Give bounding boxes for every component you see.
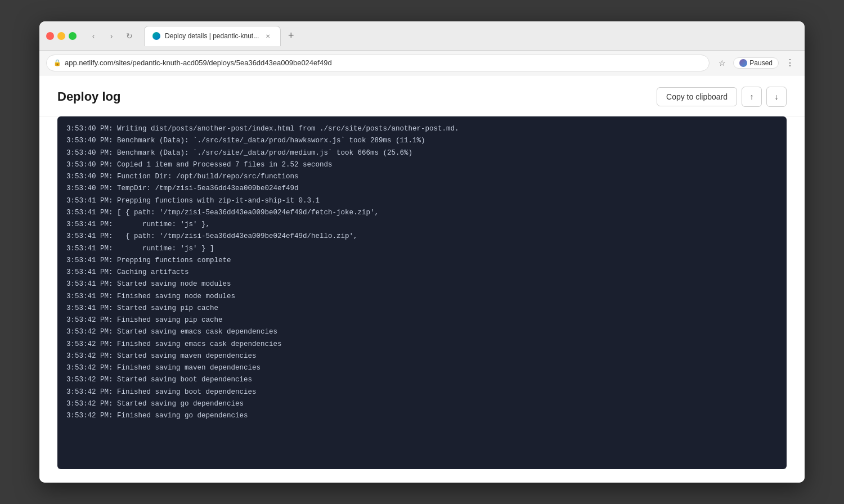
log-line: 3:53:40 PM: Benchmark (Data): `./src/sit… [66,147,778,159]
nav-buttons: ‹ › ↻ [86,28,137,44]
traffic-lights [46,32,77,40]
maximize-button[interactable] [69,32,77,40]
tab-close-icon[interactable]: ✕ [263,32,272,40]
log-line: 3:53:42 PM: Started saving emacs cask de… [66,326,778,338]
browser-window: ‹ › ↻ Deploy details | pedantic-knut... … [39,21,805,483]
tab-title: Deploy details | pedantic-knut... [165,32,259,40]
address-input[interactable]: 🔒 app.netlify.com/sites/pedantic-knuth-a… [46,55,710,71]
log-line: 3:53:41 PM: Caching artifacts [66,267,778,278]
log-line: 3:53:40 PM: Benchmark (Data): `./src/sit… [66,135,778,147]
log-line: 3:53:40 PM: Writing dist/posts/another-p… [66,123,778,135]
reload-button[interactable]: ↻ [122,28,137,44]
log-line: 3:53:42 PM: Finished saving maven depend… [66,362,778,374]
header-actions: Copy to clipboard ↑ ↓ [657,87,787,107]
log-line: 3:53:41 PM: { path: '/tmp/zisi-5ea36dd43… [66,231,778,242]
bookmark-button[interactable]: ☆ [714,55,730,71]
log-line: 3:53:42 PM: Finished saving boot depende… [66,386,778,398]
tab-favicon-icon [152,32,160,40]
minimize-button[interactable] [57,32,65,40]
log-line: 3:53:42 PM: Finished saving pip cache [66,314,778,326]
address-bar: 🔒 app.netlify.com/sites/pedantic-knuth-a… [39,51,805,75]
paused-label: Paused [749,59,773,67]
profile-avatar [739,59,747,67]
toolbar-right: ☆ Paused ⋮ [714,55,798,71]
log-line: 3:53:41 PM: Started saving pip cache [66,303,778,314]
paused-badge: Paused [733,57,779,69]
page-title: Deploy log [57,89,120,104]
scroll-up-button[interactable]: ↑ [742,87,762,107]
log-line: 3:53:42 PM: Started saving boot dependen… [66,374,778,386]
menu-button[interactable]: ⋮ [782,55,798,71]
lock-icon: 🔒 [53,59,61,66]
log-line: 3:53:42 PM: Finished saving go dependenc… [66,410,778,422]
log-line: 3:53:40 PM: Function Dir: /opt/build/rep… [66,171,778,183]
scroll-down-button[interactable]: ↓ [766,87,787,107]
log-line: 3:53:41 PM: runtime: 'js' } ] [66,243,778,255]
log-line: 3:53:41 PM: [ { path: '/tmp/zisi-5ea36dd… [66,207,778,219]
log-line: 3:53:41 PM: Prepping functions complete [66,255,778,267]
address-text: app.netlify.com/sites/pedantic-knuth-acd… [65,58,332,67]
back-button[interactable]: ‹ [86,28,101,44]
log-line: 3:53:40 PM: Copied 1 item and Processed … [66,159,778,171]
log-content[interactable]: 3:53:40 PM: Writing dist/posts/another-p… [57,116,787,469]
log-line: 3:53:40 PM: TempDir: /tmp/zisi-5ea36dd43… [66,183,778,195]
page-header: Deploy log Copy to clipboard ↑ ↓ [39,75,805,116]
log-line: 3:53:41 PM: Finished saving node modules [66,291,778,303]
page-content: Deploy log Copy to clipboard ↑ ↓ 3:53:40… [39,75,805,483]
forward-button[interactable]: › [104,28,119,44]
log-line: 3:53:41 PM: Prepping functions with zip-… [66,195,778,207]
title-bar: ‹ › ↻ Deploy details | pedantic-knut... … [39,21,805,51]
active-tab[interactable]: Deploy details | pedantic-knut... ✕ [144,26,281,46]
tab-bar: Deploy details | pedantic-knut... ✕ + [144,26,798,46]
log-container: 3:53:40 PM: Writing dist/posts/another-p… [57,116,787,469]
copy-to-clipboard-button[interactable]: Copy to clipboard [657,87,737,106]
log-line: 3:53:41 PM: runtime: 'js' }, [66,219,778,231]
new-tab-button[interactable]: + [283,28,299,44]
log-line: 3:53:42 PM: Finished saving emacs cask d… [66,339,778,350]
log-line: 3:53:42 PM: Started saving maven depende… [66,350,778,362]
close-button[interactable] [46,32,54,40]
log-line: 3:53:41 PM: Started saving node modules [66,278,778,290]
log-line: 3:53:42 PM: Started saving go dependenci… [66,398,778,410]
